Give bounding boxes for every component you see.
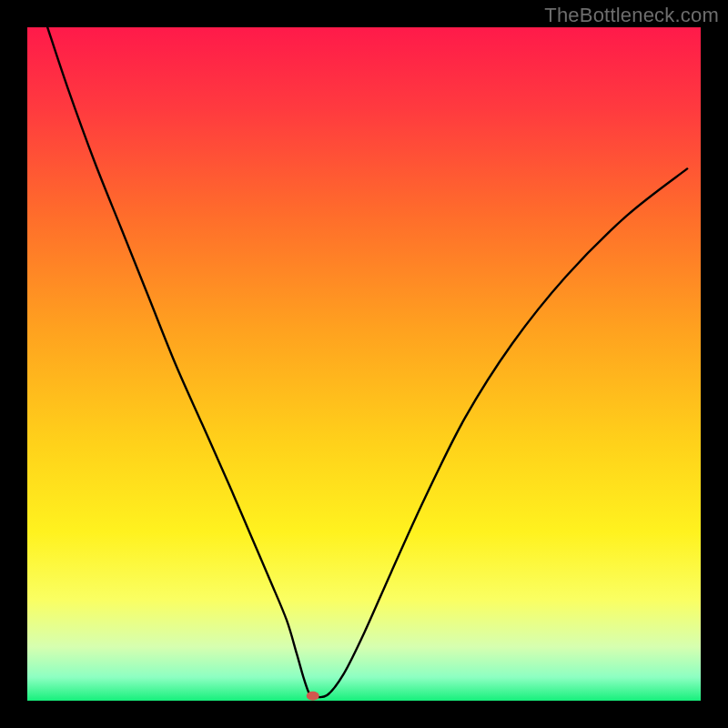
minimum-marker — [307, 692, 319, 701]
bottleneck-chart — [27, 27, 701, 701]
plot-background — [27, 27, 701, 701]
chart-frame: TheBottleneck.com — [0, 0, 728, 728]
watermark-text: TheBottleneck.com — [544, 4, 719, 27]
